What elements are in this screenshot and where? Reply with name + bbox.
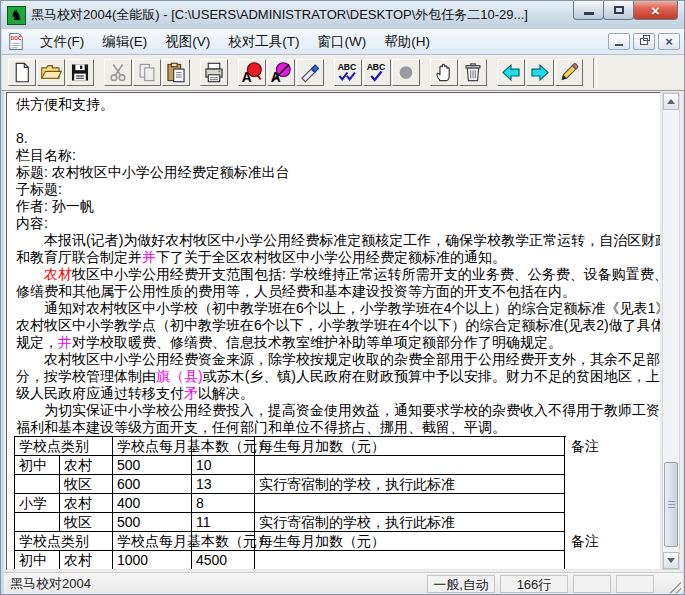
proofread-button[interactable]: A: [238, 59, 266, 86]
table-cell: 500: [112, 513, 191, 532]
maximize-button[interactable]: [603, 1, 634, 20]
menu-item[interactable]: 校对工具(T): [219, 30, 308, 54]
table-cell: 600: [112, 475, 191, 494]
trash-button[interactable]: [459, 59, 487, 86]
text-line: 子标题:: [16, 181, 660, 198]
table-row: 初中农村50010: [14, 456, 566, 475]
table-cell: 实行寄宿制的学校，执行此标准: [254, 513, 565, 532]
new-document-button[interactable]: [8, 59, 36, 86]
close-icon: ×: [651, 3, 660, 18]
mdi-close-button[interactable]: ×: [658, 33, 680, 50]
table-cell: 初中: [14, 456, 59, 475]
status-empty-panel-1: [573, 575, 611, 593]
table-cell: 1000: [112, 551, 191, 570]
text-line: 级人民政府应通过转移支付矛以解决。: [16, 385, 660, 402]
table-header-row: 学校点类别学校点每月基本数（元）每生每月加数（元）备注: [14, 437, 566, 456]
spellcheck-all-button[interactable]: ABC: [334, 59, 362, 86]
document-area: 供方便和支持。 8.栏目名称:标题: 农村牧区中小学公用经费定额标准出台子标题:…: [4, 91, 683, 572]
spellcheck-button[interactable]: ABC: [363, 59, 391, 86]
paste-button[interactable]: [162, 59, 190, 86]
hand-icon: [432, 61, 456, 84]
status-mode: 一般,自动: [427, 575, 495, 593]
pencil-button[interactable]: [555, 59, 583, 86]
table-cell: [254, 551, 565, 570]
cut-icon: [106, 61, 130, 84]
toolbar: AAABCABC: [2, 55, 685, 91]
status-bar: 黑马校对2004 一般,自动 166行: [4, 572, 683, 594]
table-row: 牧区60013实行寄宿制的学校，执行此标准: [14, 475, 566, 494]
save-icon: [68, 61, 92, 84]
table-cell: [14, 475, 59, 494]
hand-button[interactable]: [430, 59, 458, 86]
copy-button: [133, 59, 161, 86]
scrollbar-grip-icon: [668, 501, 675, 509]
print-button[interactable]: [200, 59, 228, 86]
menu-item[interactable]: 编辑(E): [93, 30, 156, 54]
scroll-up-button[interactable]: [663, 93, 679, 110]
table-cell: [14, 513, 59, 532]
proofread-icon: A: [240, 61, 264, 84]
table-cell: 牧区: [59, 475, 112, 494]
app-window: ♞ 黑马校对2004(全能版) - [C:\USERS\ADMINISTRATO…: [0, 0, 685, 595]
resize-grip[interactable]: [665, 578, 681, 594]
menu-item[interactable]: 文件(F): [31, 30, 93, 54]
table-cell: 400: [112, 494, 191, 513]
text-line: 规定，井对学校取暖费、修缮费、信息技术教室维护补助等单项定额部分作了明确规定。: [16, 334, 660, 351]
status-empty-panel-2: [616, 575, 654, 593]
table-cell: [254, 494, 565, 513]
paste-icon: [164, 61, 188, 84]
record-icon: [394, 61, 418, 84]
app-horse-icon: ♞: [7, 6, 26, 25]
scroll-down-button[interactable]: [663, 552, 679, 569]
table-header-row: 学校点类别学校点每月基本数（元）每生每月加数（元）备注: [14, 532, 566, 551]
menu-bar: DOC 文件(F)编辑(E)视图(V)校对工具(T)窗口(W)帮助(H) ×: [2, 29, 685, 55]
open-folder-button[interactable]: [37, 59, 65, 86]
table-cell: 4500: [191, 551, 254, 570]
record-button: [392, 59, 420, 86]
text-line: 农村牧区中小学公用经费资金来源，除学校按规定收取的杂费全部用于公用经费开支外，其…: [16, 351, 660, 368]
table-cell: 农村: [59, 456, 112, 475]
window-title: 黑马校对2004(全能版) - [C:\USERS\ADMINISTRATOR\…: [31, 6, 528, 24]
title-bar[interactable]: ♞ 黑马校对2004(全能版) - [C:\USERS\ADMINISTRATO…: [1, 1, 684, 29]
vertical-scrollbar[interactable]: [662, 92, 680, 570]
clean-brush-button[interactable]: [296, 59, 324, 86]
text-line: 为切实保证中小学校公用经费投入，提高资金使用效益，通知要求学校的杂费收入不得用于…: [16, 402, 660, 419]
scrollbar-thumb[interactable]: [664, 462, 678, 547]
new-document-icon: [10, 61, 34, 84]
open-folder-icon: [39, 61, 63, 84]
text-line: 修缮费和其他属于公用性质的费用等，人员经费和基本建设投资等方面的开支不包括在内。: [16, 283, 660, 300]
table-cell: 牧区: [59, 513, 112, 532]
table-cell: [191, 437, 254, 456]
menu-item[interactable]: 帮助(H): [375, 30, 439, 54]
reproofread-icon: A: [269, 61, 293, 84]
mdi-restore-button[interactable]: [633, 33, 655, 50]
document-text-pane[interactable]: 供方便和支持。 8.栏目名称:标题: 农村牧区中小学公用经费定额标准出台子标题:…: [6, 92, 661, 570]
text-line: 本报讯(记者)为做好农村牧区中小学公用经费标准定额核定工作，确保学校教学正常运转…: [16, 232, 660, 249]
trash-icon: [461, 61, 485, 84]
text-line: 栏目名称:: [16, 147, 660, 164]
mdi-restore-icon: [640, 38, 648, 45]
save-button[interactable]: [66, 59, 94, 86]
minimize-button[interactable]: [573, 1, 604, 20]
table-note-label: 备注: [571, 438, 599, 456]
table-cell: 学校点类别: [14, 437, 112, 456]
table-cell: 学校点每月基本数（元）: [112, 437, 191, 456]
table-cell: 每生每月加数（元）: [254, 532, 565, 551]
arrow-right-button[interactable]: [526, 59, 554, 86]
fee-standard-table: 学校点类别学校点每月基本数（元）每生每月加数（元）备注初中农村50010牧区60…: [14, 436, 566, 570]
table-cell: 实行寄宿制的学校，执行此标准: [254, 475, 565, 494]
table-cell: 农村: [59, 551, 112, 570]
text-line: 农村牧区中小学教学点（初中教学班在6个以下，小学教学班在4个以下）的综合定额标准…: [16, 317, 660, 334]
table-cell: 10: [191, 456, 254, 475]
text-line: 分，按学校管理体制由旗（县)或苏木(乡、镇)人民政府在财政预算中予以安排。财力不…: [16, 368, 660, 385]
mdi-minimize-icon: [615, 44, 623, 46]
minimize-icon: [584, 12, 594, 15]
table-cell: 13: [191, 475, 254, 494]
mdi-minimize-button[interactable]: [608, 33, 630, 50]
close-button[interactable]: ×: [633, 1, 678, 20]
reproofread-button[interactable]: A: [267, 59, 295, 86]
menu-item[interactable]: 窗口(W): [309, 30, 376, 54]
arrow-left-button[interactable]: [497, 59, 525, 86]
table-cell: [254, 456, 565, 475]
menu-item[interactable]: 视图(V): [156, 30, 219, 54]
